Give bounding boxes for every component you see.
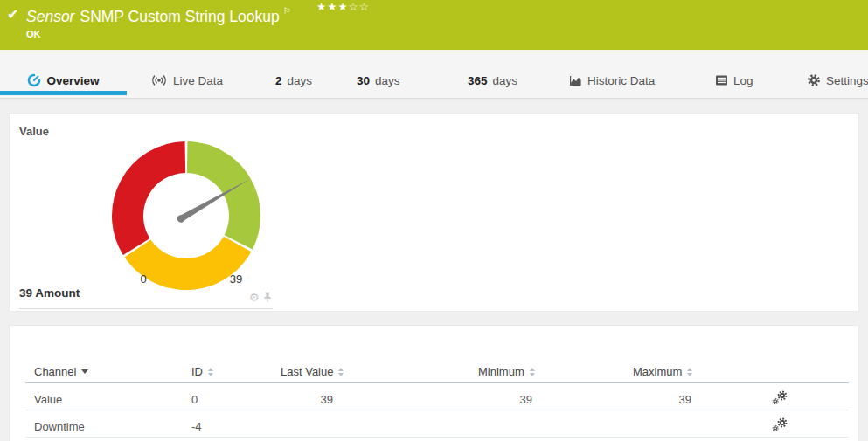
gear-icon <box>807 73 821 87</box>
sensor-name: SNMP Custom String Lookup <box>80 8 279 25</box>
object-type-label: Sensor <box>26 8 74 25</box>
log-list-icon <box>715 75 728 86</box>
channel-id: -4 <box>191 420 202 433</box>
channel-gauge-title: Value <box>19 125 49 138</box>
gauge-scale-max: 39 <box>226 272 247 286</box>
value-gauge <box>110 140 262 292</box>
column-label: Last Value <box>281 365 333 378</box>
area-chart-icon <box>568 75 582 86</box>
column-label: Minimum <box>478 365 524 378</box>
tab-label: Overview <box>46 74 99 87</box>
priority-stars[interactable]: ★★★☆☆ <box>316 0 370 13</box>
status-badge: OK <box>26 29 41 39</box>
gears-icon <box>772 417 788 432</box>
column-header-channel[interactable]: Channel <box>34 365 88 378</box>
channel-minimum: 39 <box>445 393 532 406</box>
tab-label: Live Data <box>173 74 223 87</box>
gauge-panel-actions: ⚙ <box>249 292 272 303</box>
column-label: ID <box>191 365 203 378</box>
sensor-overview-page: ✔ SensorSNMP Custom String Lookup⚐ ★★★☆☆… <box>0 0 868 441</box>
gauge-cell-divider <box>19 308 273 309</box>
sort-icon <box>530 368 535 376</box>
gauge-caption: 39 Amount <box>19 286 80 300</box>
gears-icon <box>772 390 788 405</box>
tab-log[interactable]: Log <box>715 69 753 92</box>
tab-number: 2 <box>275 74 282 87</box>
column-header-minimum[interactable]: Minimum <box>478 365 535 378</box>
channel-maximum: 39 <box>604 393 691 406</box>
flag-icon[interactable]: ⚐ <box>283 6 291 16</box>
tab-365-days[interactable]: 365 days <box>468 69 517 92</box>
column-header-last-value[interactable]: Last Value <box>281 365 344 378</box>
tab-label: days <box>493 74 518 87</box>
tab-overview[interactable]: Overview <box>0 69 127 92</box>
page-title: SensorSNMP Custom String Lookup⚐ <box>26 6 291 26</box>
tab-number: 30 <box>357 74 370 87</box>
channel-name: Downtime <box>34 420 85 433</box>
tab-bar: Overview Live Data 2 days 30 days 365 da… <box>0 50 868 99</box>
gauge-icon <box>27 73 41 87</box>
sort-icon <box>687 368 692 376</box>
sensor-header: ✔ SensorSNMP Custom String Lookup⚐ ★★★☆☆… <box>0 0 868 50</box>
gauge-settings-icon[interactable]: ⚙ <box>249 292 260 303</box>
live-data-icon <box>150 74 168 86</box>
tab-live-data[interactable]: Live Data <box>150 69 223 92</box>
sort-desc-icon <box>81 369 88 374</box>
column-label: Maximum <box>633 365 682 378</box>
tab-settings[interactable]: Settings <box>807 69 868 92</box>
column-label: Channel <box>34 365 76 378</box>
channel-table-panel: Channel ID Last Value Minimum Maximum Va… <box>9 325 859 441</box>
channel-settings-button[interactable] <box>772 390 788 409</box>
tab-label: days <box>375 74 400 87</box>
channel-id: 0 <box>191 393 198 406</box>
tab-30-days[interactable]: 30 days <box>357 69 400 92</box>
table-row-divider <box>25 410 849 410</box>
sort-icon <box>208 368 213 376</box>
status-check-icon: ✔ <box>7 6 18 23</box>
tab-label: days <box>288 74 313 87</box>
channel-name: Value <box>34 393 62 406</box>
table-header-divider <box>25 382 849 383</box>
column-header-id[interactable]: ID <box>191 365 213 378</box>
tab-2-days[interactable]: 2 days <box>275 69 312 92</box>
table-row-divider <box>25 437 849 438</box>
channel-last-value: 39 <box>246 393 333 406</box>
pin-icon[interactable] <box>263 292 272 303</box>
gauge-scale-min: 0 <box>133 272 154 286</box>
tab-historic-data[interactable]: Historic Data <box>568 69 655 92</box>
gauge-panel: Value 0 39 39 Amount ⚙ <box>9 113 859 312</box>
tab-label: Log <box>733 74 753 87</box>
gauge-segment-error <box>112 141 185 255</box>
tab-label: Settings <box>826 74 868 87</box>
channel-settings-button[interactable] <box>772 417 788 436</box>
tab-label: Historic Data <box>587 74 655 87</box>
column-header-maximum[interactable]: Maximum <box>633 365 692 378</box>
tab-number: 365 <box>468 74 488 87</box>
sort-icon <box>338 368 344 376</box>
